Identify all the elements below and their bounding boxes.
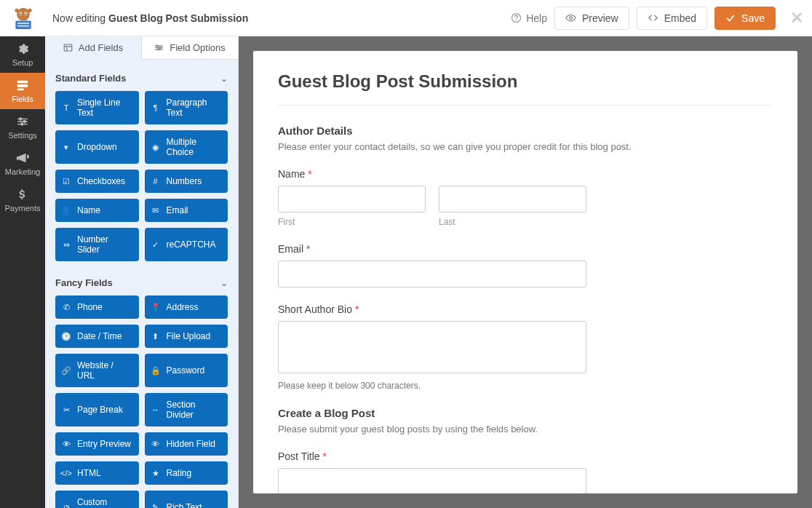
close-icon[interactable]: ✕: [790, 9, 803, 28]
field-type-hidden-field[interactable]: 👁Hidden Field: [145, 432, 228, 456]
chevron-down-icon: ⌄: [220, 74, 228, 84]
field-type-address[interactable]: 📍Address: [145, 295, 228, 319]
field-type-label: Address: [167, 302, 199, 312]
field-type-name[interactable]: 👤Name: [55, 199, 139, 222]
password-icon: 🔒: [151, 365, 161, 376]
name-icon: 👤: [61, 205, 71, 215]
nav-settings-label: Settings: [8, 131, 37, 140]
field-type-label: Phone: [77, 302, 103, 312]
field-type-label: Date / Time: [77, 331, 122, 341]
svg-point-5: [15, 8, 18, 12]
field-type-recaptcha[interactable]: ✓reCAPTCHA: [145, 228, 228, 261]
field-type-label: Checkboxes: [77, 176, 125, 186]
section-author-heading: Author Details: [278, 124, 773, 137]
svg-rect-14: [17, 84, 28, 87]
editing-label: Now editing Guest Blog Post Submission: [52, 12, 248, 24]
svg-point-11: [516, 20, 517, 20]
field-type-single-line-text[interactable]: TSingle Line Text: [55, 91, 139, 124]
nav-marketing[interactable]: Marketing: [0, 146, 45, 182]
svg-point-18: [21, 123, 23, 125]
nav-setup-label: Setup: [12, 58, 33, 67]
field-type-rating[interactable]: ★Rating: [145, 461, 228, 485]
now-editing-prefix: Now editing: [52, 12, 106, 24]
section-fancy-fields[interactable]: Fancy Fields ⌄: [55, 271, 228, 295]
field-type-multiple-choice[interactable]: ◉Multiple Choice: [145, 130, 228, 164]
bio-textarea[interactable]: [278, 321, 586, 373]
field-type-numbers[interactable]: #Numbers: [145, 170, 228, 193]
svg-point-21: [159, 47, 161, 48]
field-type-email[interactable]: ✉Email: [145, 199, 228, 222]
chevron-down-icon: ⌄: [220, 278, 228, 288]
field-type-label: Password: [167, 365, 205, 376]
field-email-label: Email: [278, 243, 303, 255]
field-type-phone[interactable]: ✆Phone: [55, 295, 139, 319]
nav-payments[interactable]: Payments: [0, 182, 45, 218]
embed-label: Embed: [664, 12, 696, 24]
nav-setup[interactable]: Setup: [0, 36, 45, 73]
numbers-icon: #: [151, 176, 161, 186]
email-icon: ✉: [151, 205, 161, 215]
nav-settings[interactable]: Settings: [0, 109, 45, 146]
form-name: Guest Blog Post Submission: [108, 12, 248, 24]
field-type-checkboxes[interactable]: ☑Checkboxes: [55, 170, 139, 193]
field-name[interactable]: Name* First Last: [278, 168, 586, 227]
field-type-page-break[interactable]: ✂Page Break: [55, 393, 139, 426]
field-type-label: Numbers: [167, 176, 202, 186]
help-link[interactable]: Help: [511, 12, 547, 24]
number-slider-icon: ⇔: [61, 239, 71, 250]
single-line-text-icon: T: [61, 103, 71, 113]
embed-button[interactable]: Embed: [637, 7, 707, 30]
paragraph-text-icon: ¶: [151, 103, 161, 113]
field-type-password[interactable]: 🔒Password: [145, 354, 228, 387]
svg-point-20: [156, 45, 158, 47]
name-last-input[interactable]: [439, 186, 586, 213]
section-fancy-title: Fancy Fields: [55, 277, 113, 288]
field-type-label: HTML: [77, 468, 101, 478]
field-type-custom-captcha[interactable]: ⊘Custom Captcha: [55, 491, 139, 508]
post-title-input[interactable]: [278, 468, 586, 493]
section-divider-icon: ↔: [151, 405, 161, 415]
field-type-date-time[interactable]: 🕑Date / Time: [55, 325, 139, 348]
preview-label: Preview: [582, 12, 618, 24]
form-canvas[interactable]: Guest Blog Post Submission Author Detail…: [253, 51, 797, 493]
field-post-title-label: Post Title: [278, 451, 320, 462]
field-type-number-slider[interactable]: ⇔Number Slider: [55, 228, 139, 261]
date-time-icon: 🕑: [61, 331, 71, 341]
file-upload-icon: ⬆: [151, 331, 161, 341]
nav-fields[interactable]: Fields: [0, 73, 45, 109]
save-button[interactable]: Save: [715, 7, 776, 30]
sublabel-first: First: [278, 217, 426, 227]
field-type-entry-preview[interactable]: 👁Entry Preview: [55, 432, 139, 456]
preview-button[interactable]: Preview: [554, 7, 629, 30]
field-type-section-divider[interactable]: ↔Section Divider: [145, 393, 228, 426]
tab-add-fields[interactable]: Add Fields: [45, 36, 142, 60]
field-type-label: Custom Captcha: [77, 497, 133, 508]
svg-rect-15: [17, 89, 24, 91]
field-type-label: Paragraph Text: [167, 98, 223, 118]
field-type-paragraph-text[interactable]: ¶Paragraph Text: [145, 91, 228, 124]
email-input[interactable]: [278, 261, 586, 287]
svg-point-6: [28, 8, 31, 12]
field-type-label: Website / URL: [77, 360, 133, 381]
field-type-label: Rating: [167, 468, 192, 478]
page-break-icon: ✂: [61, 405, 71, 415]
field-type-file-upload[interactable]: ⬆File Upload: [145, 325, 228, 348]
field-bio[interactable]: Short Author Bio* Please keep it below 3…: [278, 303, 586, 391]
field-post-title[interactable]: Post Title*: [278, 451, 586, 493]
save-label: Save: [741, 12, 765, 24]
address-icon: 📍: [151, 302, 161, 312]
dropdown-icon: ▾: [61, 142, 71, 152]
field-type-website-url[interactable]: 🔗Website / URL: [55, 354, 139, 387]
field-type-rich-text[interactable]: ✎Rich Text: [145, 491, 228, 508]
field-email[interactable]: Email*: [278, 243, 586, 287]
html-icon: </>: [61, 468, 71, 478]
tab-field-options[interactable]: Field Options: [142, 36, 238, 60]
field-type-label: reCAPTCHA: [167, 239, 216, 250]
name-first-input[interactable]: [278, 186, 426, 213]
field-type-label: Number Slider: [77, 234, 133, 255]
field-type-label: Entry Preview: [77, 439, 131, 449]
field-type-html[interactable]: </>HTML: [55, 461, 139, 485]
field-type-dropdown[interactable]: ▾Dropdown: [55, 130, 139, 164]
section-standard-fields[interactable]: Standard Fields ⌄: [55, 67, 228, 91]
field-type-label: Email: [167, 205, 188, 215]
